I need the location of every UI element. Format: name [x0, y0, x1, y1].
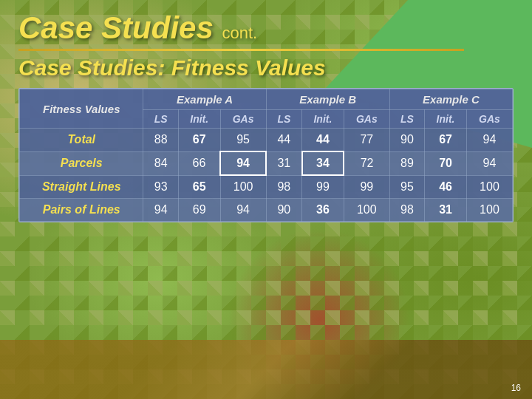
example-header-row: Fitness Values Example A Example B Examp… — [20, 89, 513, 110]
cell-0-5: 77 — [344, 129, 389, 152]
table-row: Straight Lines93651009899999546100 — [20, 175, 513, 199]
cell-3-5: 100 — [344, 199, 389, 222]
cont-text: cont. — [222, 24, 257, 42]
cell-0-7: 67 — [425, 129, 467, 152]
col-ls-a: LS — [143, 110, 178, 129]
cell-0-1: 67 — [178, 129, 220, 152]
page-number: 16 — [511, 383, 521, 393]
cell-3-0: 94 — [143, 199, 178, 222]
table-row: Total886795444477906794 — [20, 129, 513, 152]
cell-0-3: 44 — [266, 129, 301, 152]
col-init-a: Init. — [178, 110, 220, 129]
cell-3-1: 69 — [178, 199, 220, 222]
cell-1-8: 94 — [466, 151, 512, 175]
table-row: Parcels846694313472897094 — [20, 151, 513, 175]
cell-3-4: 36 — [302, 199, 344, 222]
cell-1-5: 72 — [344, 151, 389, 175]
cell-3-3: 90 — [266, 199, 301, 222]
cell-2-3: 98 — [266, 175, 301, 199]
row-label-3: Pairs of Lines — [20, 199, 143, 222]
title-section: Case Studies cont. — [18, 11, 514, 45]
cell-1-1: 66 — [178, 151, 220, 175]
cell-2-5: 99 — [344, 175, 389, 199]
col-gas-b: GAs — [344, 110, 389, 129]
col-gas-c: GAs — [466, 110, 512, 129]
cell-3-2: 94 — [220, 199, 266, 222]
cell-1-4: 34 — [302, 151, 344, 175]
brown-bottom — [0, 340, 532, 399]
table-row: Pairs of Lines94699490361009831100 — [20, 199, 513, 222]
fitness-values-header: Fitness Values — [20, 89, 143, 129]
col-init-c: Init. — [425, 110, 467, 129]
example-c-header: Example C — [389, 89, 512, 110]
example-a-header: Example A — [143, 89, 266, 110]
col-ls-c: LS — [389, 110, 424, 129]
cell-1-2: 94 — [220, 151, 266, 175]
cell-2-8: 100 — [466, 175, 512, 199]
col-gas-a: GAs — [220, 110, 266, 129]
row-label-2: Straight Lines — [20, 175, 143, 199]
cell-0-0: 88 — [143, 129, 178, 152]
main-title: Case Studies cont. — [18, 11, 514, 45]
col-ls-b: LS — [266, 110, 301, 129]
cell-1-6: 89 — [389, 151, 424, 175]
title-text: Case Studies — [18, 10, 214, 45]
cell-0-6: 90 — [389, 129, 424, 152]
row-label-0: Total — [20, 129, 143, 152]
cell-1-3: 31 — [266, 151, 301, 175]
subtitle: Case Studies: Fitness Values — [18, 55, 514, 81]
row-label-1: Parcels — [20, 151, 143, 175]
main-content: Case Studies cont. Case Studies: Fitness… — [0, 0, 532, 233]
cell-2-1: 65 — [178, 175, 220, 199]
cell-3-7: 31 — [425, 199, 467, 222]
cell-2-0: 93 — [143, 175, 178, 199]
example-b-header: Example B — [266, 89, 389, 110]
cell-2-6: 95 — [389, 175, 424, 199]
cell-2-2: 100 — [220, 175, 266, 199]
cell-3-8: 100 — [466, 199, 512, 222]
cell-0-8: 94 — [466, 129, 512, 152]
data-table-container: Fitness Values Example A Example B Examp… — [18, 88, 514, 222]
cell-0-2: 95 — [220, 129, 266, 152]
cell-0-4: 44 — [302, 129, 344, 152]
cell-2-4: 99 — [302, 175, 344, 199]
cell-2-7: 46 — [425, 175, 467, 199]
divider — [18, 49, 464, 51]
cell-3-6: 98 — [389, 199, 424, 222]
fitness-table: Fitness Values Example A Example B Examp… — [19, 89, 513, 222]
cell-1-7: 70 — [425, 151, 467, 175]
col-init-b: Init. — [302, 110, 344, 129]
cell-1-0: 84 — [143, 151, 178, 175]
